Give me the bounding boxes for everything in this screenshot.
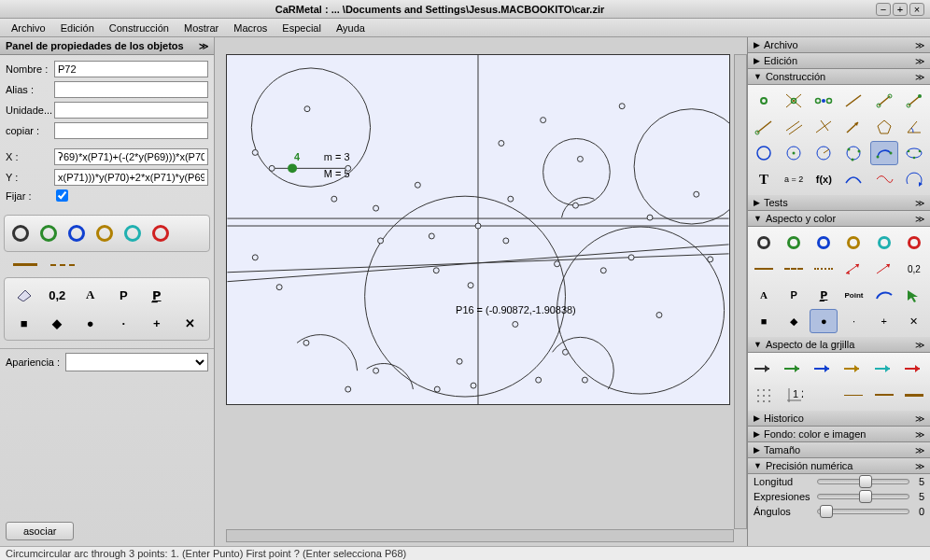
color-red[interactable]	[152, 225, 169, 242]
show-name-tool[interactable]: A	[77, 284, 105, 306]
rp-aspecto[interactable]: ▼Aspecto y color≫	[748, 211, 930, 227]
tool-polygon[interactable]	[870, 115, 898, 139]
asp-line-dash[interactable]	[780, 257, 808, 281]
shape-diamond[interactable]: ◆	[44, 312, 72, 334]
tool-conic[interactable]	[900, 141, 928, 165]
color-cyan[interactable]	[124, 225, 141, 242]
asp-color-brown[interactable]	[839, 231, 867, 255]
x-input[interactable]	[54, 148, 208, 165]
asp-circ[interactable]: ●	[810, 309, 838, 333]
tool-vector[interactable]	[839, 115, 867, 139]
rp-tests[interactable]: ▶Tests≫	[748, 195, 930, 211]
y-input[interactable]	[54, 169, 208, 186]
asp-line-dot[interactable]	[810, 257, 838, 281]
unidad-input[interactable]	[54, 102, 208, 119]
line-solid[interactable]	[13, 263, 37, 266]
fijar-checkbox[interactable]	[56, 189, 68, 202]
menu-construccion[interactable]: Construcción	[102, 21, 176, 35]
shape-dot[interactable]: ·	[110, 312, 138, 334]
grid-med[interactable]	[870, 383, 898, 407]
tool-circle3[interactable]	[839, 141, 867, 165]
alias-input[interactable]	[54, 81, 208, 98]
tool-perpendicular[interactable]	[810, 115, 838, 139]
asp-cross[interactable]: ✕	[900, 309, 928, 333]
asp-sq[interactable]: ■	[750, 309, 778, 333]
tool-text[interactable]: T	[750, 167, 778, 191]
close-button[interactable]: ×	[909, 3, 924, 16]
color-green[interactable]	[40, 225, 57, 242]
tool-intersection[interactable]	[780, 89, 808, 113]
tool-ray[interactable]	[750, 115, 778, 139]
minimize-button[interactable]: −	[876, 3, 891, 16]
tool-point[interactable]	[750, 89, 778, 113]
nombre-input[interactable]	[54, 61, 208, 77]
asp-show-p2[interactable]: P̲	[810, 283, 838, 307]
grid-arrow-red[interactable]	[900, 357, 928, 381]
tool-circle[interactable]	[750, 141, 778, 165]
asociar-button[interactable]: asociar	[6, 522, 74, 540]
tool-line[interactable]	[839, 89, 867, 113]
canvas-scrollbar-horizontal[interactable]	[226, 529, 734, 542]
asp-line-solid[interactable]	[750, 257, 778, 281]
shape-cross[interactable]: ✕	[176, 312, 204, 334]
ang-slider[interactable]	[817, 509, 909, 514]
grid-arrow-brown[interactable]	[839, 357, 867, 381]
show-value-tool[interactable]: P	[110, 284, 138, 306]
menu-mostrar[interactable]: Mostrar	[176, 21, 226, 35]
longitud-slider[interactable]	[817, 479, 909, 484]
tool-trace[interactable]	[870, 167, 898, 191]
grid-none[interactable]	[810, 383, 838, 407]
tool-segment[interactable]	[870, 89, 898, 113]
geometry-canvas[interactable]: 4 m = 3 M = 5 P16 = (-0.90872,-1.90838)	[226, 54, 730, 405]
tool-locus[interactable]	[839, 167, 867, 191]
tool-midpoint[interactable]	[810, 89, 838, 113]
menu-especial[interactable]: Especial	[275, 21, 329, 35]
maximize-button[interactable]: +	[893, 3, 908, 16]
asp-arc-icon[interactable]	[870, 283, 898, 307]
asp-color-cyan[interactable]	[870, 231, 898, 255]
rp-construccion[interactable]: ▼Construcción≫	[748, 69, 930, 85]
asp-arrow-both[interactable]	[839, 257, 867, 281]
grid-dots[interactable]	[750, 383, 778, 407]
canvas-scrollbar-vertical[interactable]	[734, 54, 747, 529]
properties-panel-header[interactable]: Panel de propiedades de los objetos ≫	[0, 37, 214, 55]
asp-show-a[interactable]: A	[750, 283, 778, 307]
rp-aspecto-grid[interactable]: ▼Aspecto de la grjilla≫	[748, 337, 930, 353]
tool-circle-center[interactable]	[780, 141, 808, 165]
grid-arrow-blue[interactable]	[810, 357, 838, 381]
menu-macros[interactable]: Macros	[226, 21, 275, 35]
menu-edicion[interactable]: Edición	[53, 21, 102, 35]
tool-animate[interactable]	[900, 167, 928, 191]
rp-edicion[interactable]: ▶Edición≫	[748, 53, 930, 69]
tool-parallel[interactable]	[780, 115, 808, 139]
asp-precision[interactable]: 0,2	[900, 257, 928, 281]
copiar-input[interactable]	[54, 122, 208, 139]
shape-plus[interactable]: +	[143, 312, 171, 334]
apariencia-select[interactable]	[65, 353, 208, 371]
asp-color-blue[interactable]	[810, 231, 838, 255]
grid-thick[interactable]	[900, 383, 928, 407]
shape-circle[interactable]: ●	[77, 312, 105, 334]
asp-dot[interactable]: ·	[839, 309, 867, 333]
tool-expression[interactable]: a = 2	[780, 167, 808, 191]
asp-color-black[interactable]	[750, 231, 778, 255]
grid-arrow-black[interactable]	[750, 357, 778, 381]
tool-function[interactable]: f(x)	[810, 167, 838, 191]
eraser-tool[interactable]	[10, 284, 38, 306]
show-label-tool[interactable]: P̲	[143, 284, 171, 306]
tool-circle-radius[interactable]	[810, 141, 838, 165]
rp-precision[interactable]: ▼Precisión numérica≫	[748, 458, 930, 474]
line-dashed[interactable]	[50, 264, 75, 266]
grid-axes[interactable]: 1 2	[780, 383, 808, 407]
tool-fixed-segment[interactable]	[900, 89, 928, 113]
asp-show-point[interactable]: Point	[839, 283, 867, 307]
grid-arrow-green[interactable]	[780, 357, 808, 381]
asp-color-red[interactable]	[900, 231, 928, 255]
asp-arrow-end[interactable]	[870, 257, 898, 281]
asp-show-p[interactable]: P	[780, 283, 808, 307]
rp-archivo[interactable]: ▶Archivo≫	[748, 37, 930, 53]
rp-historico[interactable]: ▶Historico≫	[748, 411, 930, 427]
color-black[interactable]	[12, 225, 29, 242]
asp-plus[interactable]: +	[870, 309, 898, 333]
shape-square[interactable]: ■	[10, 312, 38, 334]
